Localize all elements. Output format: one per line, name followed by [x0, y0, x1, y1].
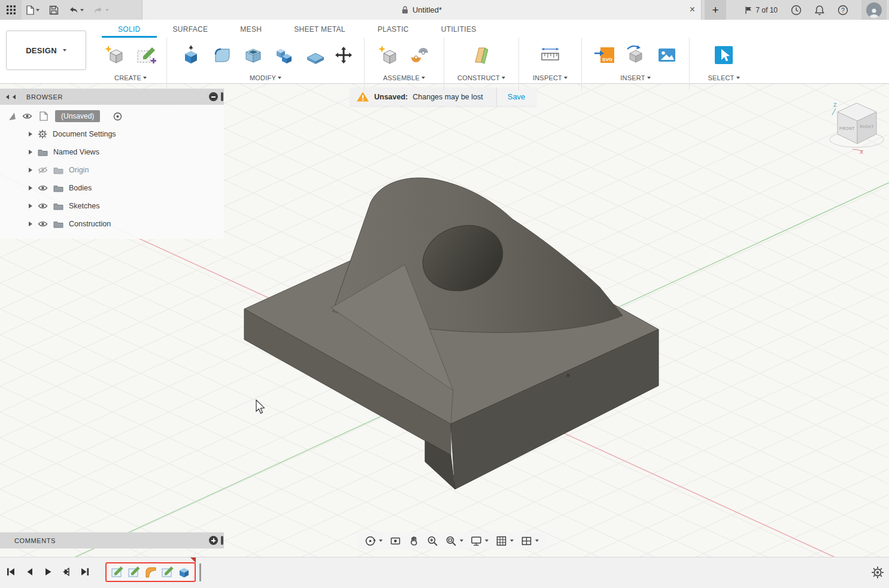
group-divider [166, 38, 167, 90]
comments-panel: COMMENTS [0, 532, 224, 548]
eye-icon[interactable] [22, 113, 32, 120]
look-at-button[interactable] [387, 534, 404, 548]
expand-arrow-icon[interactable] [29, 204, 32, 208]
orbit-button[interactable] [362, 534, 386, 548]
tab-sheet-metal[interactable]: SHEET METAL [278, 22, 362, 38]
document-tab[interactable]: Untitled* × [142, 0, 702, 20]
eye-off-icon[interactable] [38, 166, 48, 174]
redo-button[interactable] [89, 0, 114, 20]
timeline-selection[interactable] [105, 562, 196, 582]
select-dropdown[interactable]: SELECT [708, 74, 740, 81]
display-settings-button[interactable] [468, 534, 491, 548]
timeline-track[interactable] [105, 562, 201, 582]
group-assemble: ASSEMBLE [366, 38, 442, 81]
browser-item-named-views[interactable]: Named Views [0, 143, 224, 161]
play-button[interactable] [43, 567, 53, 577]
notifications-button[interactable] [815, 5, 824, 16]
fillet-button[interactable] [209, 40, 235, 70]
close-tab-button[interactable]: × [690, 4, 695, 16]
timeline-feature-fillet-icon[interactable] [144, 565, 157, 579]
eye-icon[interactable] [38, 184, 48, 192]
select-button[interactable] [711, 40, 737, 70]
file-menu-button[interactable] [22, 0, 44, 20]
timeline-feature-sketch-icon[interactable] [110, 565, 124, 579]
go-to-end-button[interactable] [80, 567, 90, 577]
panel-grip-handle[interactable] [221, 536, 223, 545]
step-forward-button[interactable] [62, 567, 71, 577]
tab-mesh[interactable]: MESH [224, 22, 278, 38]
measure-button[interactable] [537, 40, 563, 70]
settings-gear-icon[interactable] [871, 566, 884, 579]
expand-arrow-icon[interactable] [29, 132, 32, 137]
browser-item-document-settings[interactable]: Document Settings [0, 125, 224, 143]
hide-browser-button[interactable] [209, 92, 218, 101]
tab-plastic[interactable]: PLASTIC [362, 22, 425, 38]
joint-icon [408, 44, 431, 66]
collapse-panel-icon[interactable] [6, 95, 9, 99]
tab-surface[interactable]: SURFACE [157, 22, 224, 38]
browser-item-label: Document Settings [53, 130, 116, 138]
tab-utilities[interactable]: UTILITIES [425, 22, 493, 38]
fit-button[interactable] [442, 534, 466, 548]
insert-svg-button[interactable]: SVG [591, 40, 618, 70]
browser-item-origin[interactable]: Origin [0, 161, 224, 179]
undo-button[interactable] [63, 0, 89, 20]
browser-item-construction[interactable]: Construction [0, 215, 224, 233]
expand-arrow-icon[interactable] [29, 168, 32, 172]
eye-icon[interactable] [38, 202, 48, 210]
root-document-name[interactable]: (Unsaved) [55, 110, 100, 122]
timeline-feature-sketch-icon[interactable] [160, 565, 174, 579]
apps-grid-button[interactable] [0, 0, 22, 20]
tab-counter[interactable]: 7 of 10 [744, 6, 778, 14]
offset-face-button[interactable] [302, 40, 329, 70]
press-pull-button[interactable] [178, 40, 204, 70]
timeline-position-marker[interactable] [199, 563, 201, 581]
comments-header[interactable]: COMMENTS [0, 532, 224, 548]
modify-dropdown[interactable]: MODIFY [250, 74, 281, 81]
step-back-button[interactable] [25, 567, 34, 577]
save-button[interactable] [44, 0, 63, 20]
assemble-dropdown[interactable]: ASSEMBLE [383, 74, 425, 81]
create-form-button[interactable] [102, 40, 128, 70]
viewports-button[interactable] [518, 534, 542, 548]
inspect-dropdown[interactable]: INSPECT [533, 74, 568, 81]
go-to-start-button[interactable] [6, 567, 16, 577]
activate-component-icon[interactable] [113, 112, 122, 121]
new-tab-button[interactable]: + [705, 0, 726, 20]
browser-header[interactable]: BROWSER [0, 89, 224, 105]
tab-solid[interactable]: SOLID [102, 22, 157, 38]
create-sketch-button[interactable] [133, 40, 159, 70]
joint-button[interactable] [406, 40, 433, 70]
move-copy-button[interactable] [333, 40, 354, 70]
collapse-panel-icon[interactable] [13, 95, 16, 99]
clock-icon [791, 5, 802, 16]
insert-derive-button[interactable] [623, 40, 649, 70]
construct-dropdown[interactable]: CONSTRUCT [457, 74, 505, 81]
grid-settings-button[interactable] [493, 534, 517, 548]
browser-item-bodies[interactable]: Bodies [0, 179, 224, 197]
timeline-feature-extrude-icon[interactable] [177, 565, 191, 579]
panel-grip-handle[interactable] [221, 92, 223, 101]
zoom-button[interactable] [424, 534, 441, 548]
create-dropdown[interactable]: CREATE [114, 74, 147, 81]
help-button[interactable]: ? [838, 5, 848, 16]
new-component-button[interactable] [375, 40, 402, 70]
combine-button[interactable] [271, 40, 298, 70]
construct-plane-button[interactable] [468, 40, 494, 70]
svg-text:?: ? [841, 7, 845, 13]
expand-arrow-icon[interactable] [29, 186, 32, 190]
insert-dropdown[interactable]: INSERT [620, 74, 650, 81]
expand-comments-button[interactable] [209, 536, 218, 545]
expand-arrow-icon[interactable] [29, 222, 32, 226]
insert-canvas-button[interactable] [654, 40, 680, 70]
job-status-button[interactable] [791, 5, 802, 16]
expand-arrow-icon[interactable] [29, 150, 32, 154]
browser-item-sketches[interactable]: Sketches [0, 197, 224, 215]
shell-button[interactable] [240, 40, 266, 70]
account-avatar[interactable] [861, 0, 887, 20]
workspace-switcher[interactable]: DESIGN [6, 31, 86, 70]
timeline-feature-sketch-icon[interactable] [127, 565, 141, 579]
eye-icon[interactable] [38, 220, 48, 228]
browser-root-row[interactable]: (Unsaved) [0, 107, 224, 125]
pan-button[interactable] [405, 534, 423, 548]
